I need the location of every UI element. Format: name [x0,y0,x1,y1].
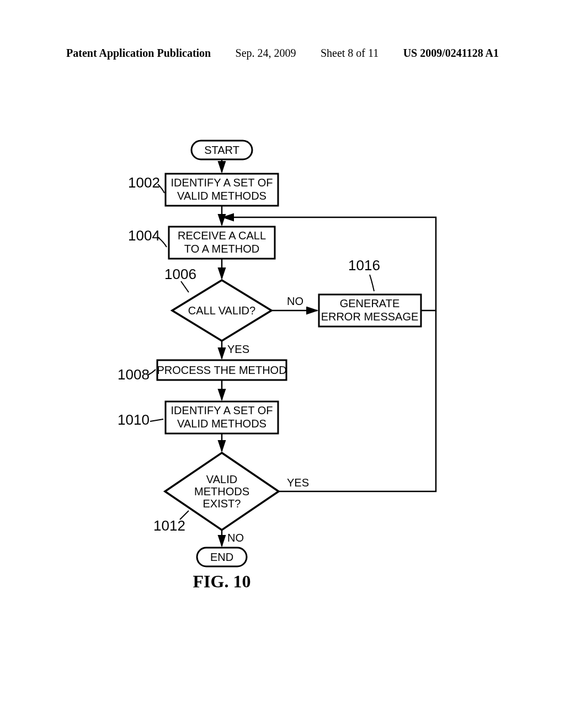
edge-1006-yes-label: YES [227,343,249,355]
node-1012-line2: METHODS [194,485,249,497]
ref-1006-leader [181,281,189,292]
node-1012-line1: VALID [206,473,237,485]
node-1010-line2: VALID METHODS [177,417,266,430]
node-1012-line3: EXIST? [203,497,241,510]
node-1016: GENERATE ERROR MESSAGE [319,295,421,326]
edge-1012-feedback-part1 [279,311,436,491]
node-1004-line1: RECEIVE A CALL [178,229,266,242]
node-1016-line1: GENERATE [340,297,400,309]
flowchart-figure: START IDENTIFY A SET OF VALID METHODS 10… [0,0,565,728]
start-text: START [204,144,239,156]
edge-1012-no-label: NO [227,532,244,544]
node-1010: IDENTIFY A SET OF VALID METHODS [166,402,278,433]
node-1002-line1: IDENTIFY A SET OF [171,176,273,189]
ref-1012: 1012 [153,517,185,534]
ref-1004: 1004 [128,227,160,244]
node-1004: RECEIVE A CALL TO A METHOD [169,227,275,259]
node-1002-line2: VALID METHODS [177,190,266,202]
ref-1006: 1006 [164,266,196,282]
ref-1010-leader [150,419,163,421]
ref-1002: 1002 [128,174,160,191]
edge-1012-yes-label: YES [287,477,309,489]
node-1008-text: PROCESS THE METHOD [157,364,286,376]
node-1006-text: CALL VALID? [188,304,255,317]
edge-1006-no-label: NO [287,295,303,307]
node-1008: PROCESS THE METHOD [157,360,286,380]
node-1010-line1: IDENTIFY A SET OF [171,404,273,416]
end-text: END [210,551,233,563]
figure-label: FIG. 10 [193,571,251,591]
start-node: START [191,141,252,159]
ref-1008: 1008 [118,366,150,383]
ref-1016: 1016 [348,257,380,274]
node-1004-line2: TO A METHOD [184,243,259,255]
node-1002: IDENTIFY A SET OF VALID METHODS [166,174,278,206]
node-1016-line2: ERROR MESSAGE [321,311,419,323]
ref-1010: 1010 [118,411,150,428]
end-node: END [197,548,247,566]
ref-1016-leader [370,275,374,291]
